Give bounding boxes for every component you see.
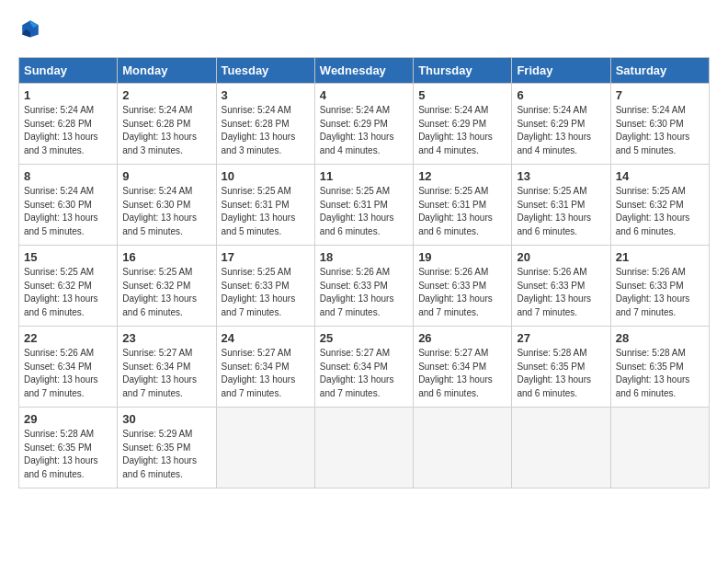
calendar-day: 24Sunrise: 5:27 AMSunset: 6:34 PMDayligh…	[216, 327, 314, 408]
day-header: Monday	[118, 58, 216, 84]
day-header: Wednesday	[314, 58, 413, 84]
day-number: 21	[616, 250, 704, 264]
calendar-day: 27Sunrise: 5:28 AMSunset: 6:35 PMDayligh…	[512, 327, 610, 408]
day-info: Sunrise: 5:24 AMSunset: 6:28 PMDaylight:…	[222, 104, 310, 157]
day-info: Sunrise: 5:25 AMSunset: 6:31 PMDaylight:…	[320, 185, 408, 238]
day-number: 7	[616, 88, 704, 102]
day-info: Sunrise: 5:25 AMSunset: 6:32 PMDaylight:…	[24, 266, 112, 319]
day-header: Friday	[512, 58, 610, 84]
day-number: 15	[24, 250, 112, 264]
day-info: Sunrise: 5:25 AMSunset: 6:31 PMDaylight:…	[517, 185, 605, 238]
day-header: Tuesday	[216, 58, 314, 84]
calendar-day	[512, 408, 610, 488]
calendar-day: 5Sunrise: 5:24 AMSunset: 6:29 PMDaylight…	[414, 84, 512, 165]
day-info: Sunrise: 5:24 AMSunset: 6:29 PMDaylight:…	[320, 104, 408, 157]
day-info: Sunrise: 5:26 AMSunset: 6:33 PMDaylight:…	[418, 266, 506, 319]
calendar-day	[314, 408, 413, 488]
calendar-day: 13Sunrise: 5:25 AMSunset: 6:31 PMDayligh…	[512, 165, 610, 246]
day-info: Sunrise: 5:24 AMSunset: 6:30 PMDaylight:…	[24, 185, 112, 238]
day-info: Sunrise: 5:26 AMSunset: 6:33 PMDaylight:…	[320, 266, 408, 319]
day-number: 19	[418, 250, 506, 264]
calendar-day	[414, 408, 512, 488]
calendar-week-row: 29Sunrise: 5:28 AMSunset: 6:35 PMDayligh…	[19, 408, 710, 488]
calendar-day: 22Sunrise: 5:26 AMSunset: 6:34 PMDayligh…	[19, 327, 118, 408]
day-number: 10	[222, 169, 310, 183]
day-number: 13	[517, 169, 605, 183]
calendar-day: 23Sunrise: 5:27 AMSunset: 6:34 PMDayligh…	[118, 327, 216, 408]
day-number: 4	[320, 88, 408, 102]
logo-icon	[20, 18, 40, 39]
calendar-day: 17Sunrise: 5:25 AMSunset: 6:33 PMDayligh…	[216, 246, 314, 327]
calendar-day: 25Sunrise: 5:27 AMSunset: 6:34 PMDayligh…	[314, 327, 413, 408]
calendar-day: 26Sunrise: 5:27 AMSunset: 6:34 PMDayligh…	[414, 327, 512, 408]
calendar-day: 19Sunrise: 5:26 AMSunset: 6:33 PMDayligh…	[414, 246, 512, 327]
day-info: Sunrise: 5:29 AMSunset: 6:35 PMDaylight:…	[122, 428, 210, 481]
day-info: Sunrise: 5:26 AMSunset: 6:33 PMDaylight:…	[517, 266, 605, 319]
day-number: 12	[418, 169, 506, 183]
day-info: Sunrise: 5:28 AMSunset: 6:35 PMDaylight:…	[616, 347, 704, 400]
day-info: Sunrise: 5:24 AMSunset: 6:28 PMDaylight:…	[122, 104, 210, 157]
day-number: 5	[418, 88, 506, 102]
calendar-week-row: 1Sunrise: 5:24 AMSunset: 6:28 PMDaylight…	[19, 84, 710, 165]
calendar-week-row: 22Sunrise: 5:26 AMSunset: 6:34 PMDayligh…	[19, 327, 710, 408]
day-info: Sunrise: 5:27 AMSunset: 6:34 PMDaylight:…	[122, 347, 210, 400]
day-number: 11	[320, 169, 408, 183]
calendar-day: 30Sunrise: 5:29 AMSunset: 6:35 PMDayligh…	[118, 408, 216, 488]
day-info: Sunrise: 5:24 AMSunset: 6:30 PMDaylight:…	[616, 104, 704, 157]
day-number: 20	[517, 250, 605, 264]
calendar-day: 16Sunrise: 5:25 AMSunset: 6:32 PMDayligh…	[118, 246, 216, 327]
day-info: Sunrise: 5:25 AMSunset: 6:31 PMDaylight:…	[418, 185, 506, 238]
calendar-day: 2Sunrise: 5:24 AMSunset: 6:28 PMDaylight…	[118, 84, 216, 165]
calendar-day: 6Sunrise: 5:24 AMSunset: 6:29 PMDaylight…	[512, 84, 610, 165]
calendar-week-row: 15Sunrise: 5:25 AMSunset: 6:32 PMDayligh…	[19, 246, 710, 327]
calendar-day: 12Sunrise: 5:25 AMSunset: 6:31 PMDayligh…	[414, 165, 512, 246]
calendar-day: 15Sunrise: 5:25 AMSunset: 6:32 PMDayligh…	[19, 246, 118, 327]
day-number: 22	[24, 331, 112, 345]
day-info: Sunrise: 5:25 AMSunset: 6:32 PMDaylight:…	[122, 266, 210, 319]
day-info: Sunrise: 5:28 AMSunset: 6:35 PMDaylight:…	[24, 428, 112, 481]
day-info: Sunrise: 5:27 AMSunset: 6:34 PMDaylight:…	[320, 347, 408, 400]
calendar-day: 14Sunrise: 5:25 AMSunset: 6:32 PMDayligh…	[610, 165, 709, 246]
calendar-day	[610, 408, 709, 488]
calendar-day: 8Sunrise: 5:24 AMSunset: 6:30 PMDaylight…	[19, 165, 118, 246]
day-number: 14	[616, 169, 704, 183]
calendar-table: SundayMondayTuesdayWednesdayThursdayFrid…	[18, 57, 710, 488]
calendar-day: 29Sunrise: 5:28 AMSunset: 6:35 PMDayligh…	[19, 408, 118, 488]
calendar-day: 21Sunrise: 5:26 AMSunset: 6:33 PMDayligh…	[610, 246, 709, 327]
calendar-day: 4Sunrise: 5:24 AMSunset: 6:29 PMDaylight…	[314, 84, 413, 165]
day-info: Sunrise: 5:28 AMSunset: 6:35 PMDaylight:…	[517, 347, 605, 400]
day-number: 23	[122, 331, 210, 345]
calendar-day: 9Sunrise: 5:24 AMSunset: 6:30 PMDaylight…	[118, 165, 216, 246]
day-number: 25	[320, 331, 408, 345]
day-header: Sunday	[19, 58, 118, 84]
day-number: 30	[122, 412, 210, 426]
day-number: 16	[122, 250, 210, 264]
day-number: 8	[24, 169, 112, 183]
day-info: Sunrise: 5:26 AMSunset: 6:34 PMDaylight:…	[24, 347, 112, 400]
day-number: 9	[122, 169, 210, 183]
calendar-header-row: SundayMondayTuesdayWednesdayThursdayFrid…	[19, 58, 710, 84]
logo	[18, 18, 46, 42]
day-number: 18	[320, 250, 408, 264]
calendar-day: 11Sunrise: 5:25 AMSunset: 6:31 PMDayligh…	[314, 165, 413, 246]
calendar-day: 18Sunrise: 5:26 AMSunset: 6:33 PMDayligh…	[314, 246, 413, 327]
day-info: Sunrise: 5:24 AMSunset: 6:29 PMDaylight:…	[517, 104, 605, 157]
calendar-day: 10Sunrise: 5:25 AMSunset: 6:31 PMDayligh…	[216, 165, 314, 246]
day-number: 24	[222, 331, 310, 345]
day-info: Sunrise: 5:24 AMSunset: 6:29 PMDaylight:…	[418, 104, 506, 157]
calendar-day	[216, 408, 314, 488]
day-info: Sunrise: 5:25 AMSunset: 6:32 PMDaylight:…	[616, 185, 704, 238]
calendar-day: 1Sunrise: 5:24 AMSunset: 6:28 PMDaylight…	[19, 84, 118, 165]
day-number: 27	[517, 331, 605, 345]
day-info: Sunrise: 5:27 AMSunset: 6:34 PMDaylight:…	[222, 347, 310, 400]
day-number: 29	[24, 412, 112, 426]
day-number: 1	[24, 88, 112, 102]
calendar-day: 28Sunrise: 5:28 AMSunset: 6:35 PMDayligh…	[610, 327, 709, 408]
day-info: Sunrise: 5:25 AMSunset: 6:33 PMDaylight:…	[222, 266, 310, 319]
calendar-day: 3Sunrise: 5:24 AMSunset: 6:28 PMDaylight…	[216, 84, 314, 165]
day-info: Sunrise: 5:24 AMSunset: 6:30 PMDaylight:…	[122, 185, 210, 238]
day-number: 3	[222, 88, 310, 102]
day-header: Saturday	[610, 58, 709, 84]
day-info: Sunrise: 5:25 AMSunset: 6:31 PMDaylight:…	[222, 185, 310, 238]
day-number: 6	[517, 88, 605, 102]
